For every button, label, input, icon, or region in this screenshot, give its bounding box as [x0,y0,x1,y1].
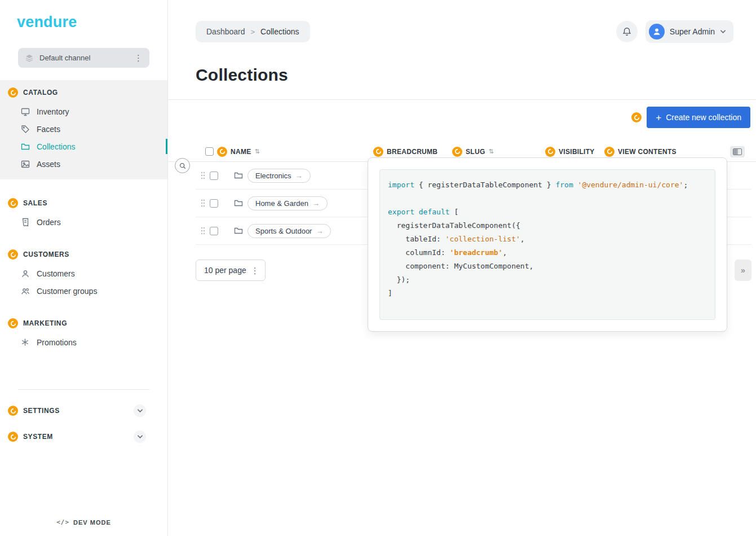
sidebar-divider [18,389,149,390]
chevron-down-icon [720,29,726,34]
dev-hint-badge-icon[interactable] [8,406,18,416]
sidebar-item-label: Promotions [37,338,77,347]
user-menu[interactable]: Super Admin [646,20,733,43]
nav-header-marketing: MARKETING [0,313,167,333]
topbar: Dashboard > Collections Super Admin [168,0,756,43]
sidebar-item-inventory[interactable]: Inventory [0,103,167,120]
sidebar-item-customers[interactable]: Customers [0,265,167,282]
per-page-menu-icon[interactable]: ⋮ [249,266,262,275]
row-name-cell: Home & Garden → [196,196,373,210]
column-breadcrumb: BREADCRUMB [373,147,452,157]
breadcrumb-dashboard[interactable]: Dashboard [206,27,245,36]
create-button-label: Create new collection [666,113,741,122]
code-icon: </> [56,519,69,526]
nav-group-system[interactable]: SYSTEM [0,424,167,450]
code-snippet: import { registerDataTableComponent } fr… [379,169,715,320]
select-all-checkbox[interactable] [205,147,214,156]
breadcrumb: Dashboard > Collections [196,21,310,42]
drag-handle-icon[interactable] [201,227,205,235]
dev-hint-badge-icon[interactable] [8,87,18,98]
column-label: VIEW CONTENTS [618,148,677,156]
brand-logo: vendure [17,14,167,31]
sidebar-item-assets[interactable]: Assets [0,155,167,173]
sidebar-item-customer-groups[interactable]: Customer groups [0,282,167,300]
sidebar-item-label: Facets [37,125,60,134]
create-new-collection-button[interactable]: + Create new collection [647,107,750,128]
app-root: vendure Default channel ⋮ CATALOG Invent… [0,0,756,536]
drag-handle-icon[interactable] [201,199,205,207]
sidebar-item-label: Assets [37,160,60,169]
sort-icon[interactable]: ⇅ [255,148,260,155]
sidebar-item-facets[interactable]: Facets [0,120,167,138]
dev-hint-popover: import { registerDataTableComponent } fr… [368,157,727,332]
promotions-icon [21,337,30,347]
dev-hint-badge-icon[interactable] [452,147,462,157]
column-name: NAME ⇅ [196,147,373,157]
code-line: component: MyCustomComponent, [388,260,707,273]
notifications-button[interactable] [616,21,638,42]
nav-header-catalog: CATALOG [0,82,167,103]
dev-hint-badge-icon[interactable] [8,318,18,328]
column-label: SLUG [466,148,485,156]
sidebar-item-collections[interactable]: Collections [0,138,167,155]
inventory-icon [21,107,30,116]
facets-icon [21,124,30,134]
dev-hint-badge-icon[interactable] [217,147,227,157]
channel-switcher[interactable]: Default channel ⋮ [18,48,149,68]
collection-link[interactable]: Electronics → [247,169,311,183]
column-settings-button[interactable] [730,146,745,157]
code-line: }); [388,273,707,287]
toolbar: + Create new collection [168,107,750,128]
collections-icon [21,142,30,151]
row-checkbox[interactable] [210,172,218,180]
code-line: tableId: 'collection-list', [388,232,707,246]
columns-icon [733,148,742,155]
sidebar-item-orders[interactable]: Orders [0,213,167,231]
dev-hint-badge-icon[interactable] [8,432,18,442]
dev-hint-badge-icon[interactable] [8,198,18,208]
dev-hint-badge-icon[interactable] [604,147,614,157]
assets-icon [21,159,30,169]
dev-mode-toggle[interactable]: </> DEV MODE [0,519,167,526]
nav-group-settings[interactable]: SETTINGS [0,398,167,424]
column-label: BREADCRUMB [387,148,437,156]
sidebar-item-promotions[interactable]: Promotions [0,333,167,351]
bell-icon [622,27,632,37]
breadcrumb-collections[interactable]: Collections [260,27,299,36]
column-label: VISIBILITY [559,148,595,156]
next-page-button[interactable]: » [735,260,751,281]
nav-header-customers: CUSTOMERS [0,244,167,265]
plus-icon: + [656,113,661,122]
sort-icon[interactable]: ⇅ [489,148,494,155]
dev-hint-badge-icon[interactable] [545,147,555,157]
dev-hint-badge-icon[interactable] [631,112,642,122]
nav-header-label: SALES [23,199,47,207]
items-per-page-select[interactable]: 10 per page ⋮ [196,260,266,281]
chevron-down-icon[interactable] [134,405,146,417]
chevron-down-icon[interactable] [134,430,146,443]
collection-link[interactable]: Home & Garden → [247,196,328,210]
breadcrumb-separator-icon: > [251,28,255,36]
row-checkbox[interactable] [210,199,218,208]
sidebar-nav: CATALOG Inventory Facets Collections Ass… [0,80,167,364]
sidebar-item-label: Customer groups [37,287,97,296]
channel-label: Default channel [39,54,126,62]
sidebar-item-label: Customers [37,269,75,278]
dev-hint-badge-icon[interactable] [373,147,383,157]
nav-header-label: SYSTEM [23,433,53,441]
column-view-contents: VIEW CONTENTS [604,146,751,157]
code-line: import { registerDataTableComponent } fr… [388,178,707,192]
collection-name: Electronics [255,172,291,180]
code-line: columnId: 'breadcrumb', [388,246,707,260]
collection-name: Sports & Outdoor [255,227,312,235]
collection-link[interactable]: Sports & Outdoor → [247,224,331,238]
sidebar-item-label: Collections [37,142,75,151]
channel-menu-icon[interactable]: ⋮ [132,54,145,62]
row-checkbox[interactable] [210,227,218,235]
search-button[interactable] [175,158,190,173]
dev-hint-badge-icon[interactable] [8,249,18,260]
folder-icon [234,199,243,208]
drag-handle-icon[interactable] [201,172,205,179]
row-name-cell: Sports & Outdoor → [196,224,373,238]
person-icon [652,27,662,37]
